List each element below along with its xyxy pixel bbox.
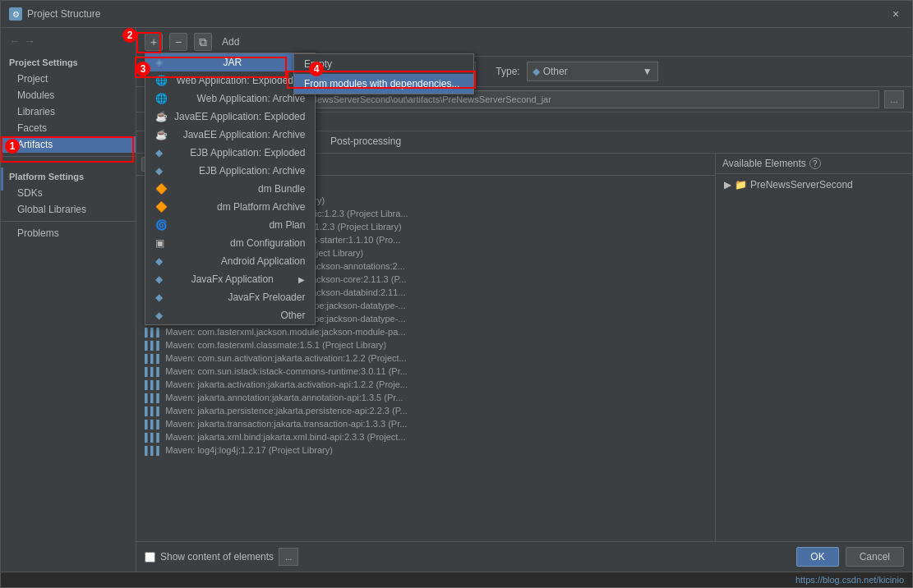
- javaee-icon: ☕: [155, 129, 168, 140]
- menu-item-label: JAR: [223, 57, 242, 68]
- bar-icon: ▌▌▌: [145, 433, 162, 442]
- sidebar-item-label: Libraries: [17, 106, 55, 117]
- bar-icon: ▌▌▌: [145, 407, 162, 416]
- menu-item-label: JavaFx Preloader: [228, 292, 305, 303]
- maven-item-15[interactable]: ▌▌▌ Maven: jakarta.annotation:jakarta.an…: [136, 391, 715, 404]
- menu-item-javaee-archive[interactable]: ☕ JavaEE Application: Archive: [145, 126, 315, 144]
- maven-item-17[interactable]: ▌▌▌ Maven: jakarta.transaction:jakarta.t…: [136, 417, 715, 430]
- bottom-buttons: OK Cancel: [796, 547, 904, 567]
- maven-label: Maven: jakarta.activation:jakarta.activa…: [165, 379, 408, 389]
- annotation-4: 4: [309, 62, 324, 76]
- android-icon: ◆: [155, 255, 163, 267]
- add-label-text: Add: [222, 36, 239, 48]
- sidebar-item-libraries[interactable]: Libraries: [1, 103, 136, 120]
- maven-item-18[interactable]: ▌▌▌ Maven: jakarta.xml.bind:jakarta.xml.…: [136, 430, 715, 443]
- bar-icon: ▌▌▌: [145, 367, 162, 376]
- maven-label: Maven: jakarta.persistence:jakarta.persi…: [165, 406, 408, 416]
- maven-item-12[interactable]: ▌▌▌ Maven: com.sun.activation:jakarta.ac…: [136, 351, 715, 365]
- copy-artifact-button[interactable]: ⧉: [194, 33, 212, 51]
- nav-arrows: ← →: [1, 31, 136, 51]
- bar-icon: ▌▌▌: [145, 380, 162, 389]
- available-elements-panel: Available Elements ? ▶ 📁 PreNewsServerSe…: [715, 154, 912, 541]
- menu-item-android[interactable]: ◆ Android Application: [145, 252, 315, 270]
- jar-submenu-from-modules[interactable]: From modules with dependencies...: [294, 74, 473, 94]
- menu-item-jar[interactable]: ◈ JAR ▶: [145, 53, 315, 71]
- menu-item-ejb-archive[interactable]: ◆ EJB Application: Archive: [145, 162, 315, 180]
- other-icon: ◆: [155, 310, 163, 321]
- annotation-1: 1: [5, 139, 20, 154]
- menu-item-label: Android Application: [221, 255, 306, 267]
- annotation-2: 2: [122, 28, 137, 43]
- type-value: Other: [543, 66, 568, 77]
- maven-label: Maven: com.sun.activation:jakarta.activa…: [165, 353, 406, 363]
- maven-item-13[interactable]: ▌▌▌ Maven: com.sun.istack:istack-commons…: [136, 365, 715, 378]
- dialog-title: Project Structure: [27, 8, 100, 20]
- show-content-label: Show content of elements: [160, 551, 274, 563]
- bar-icon: ▌▌▌: [145, 420, 162, 429]
- menu-item-label: Web Application: Exploded: [176, 75, 293, 86]
- show-content-row: Show content of elements ...: [145, 548, 298, 566]
- menu-item-label: dm Configuration: [230, 237, 305, 249]
- menu-item-dm-platform[interactable]: 🔶 dm Platform Archive: [145, 198, 315, 216]
- dm-config-icon: ▣: [155, 237, 164, 249]
- maven-item-16[interactable]: ▌▌▌ Maven: jakarta.persistence:jakarta.p…: [136, 404, 715, 417]
- sidebar-item-global-libraries[interactable]: Global Libraries: [1, 201, 136, 218]
- sidebar-item-label: Artifacts: [17, 139, 53, 150]
- menu-item-ejb-exploded[interactable]: ◆ EJB Application: Exploded: [145, 144, 315, 162]
- maven-label: Maven: com.sun.istack:istack-commons-run…: [165, 366, 408, 376]
- web-icon: 🌐: [155, 93, 168, 104]
- available-item-prenewsserversecond[interactable]: ▶ 📁 PreNewsServerSecond: [716, 177, 912, 192]
- ok-button[interactable]: OK: [796, 547, 838, 567]
- sidebar-item-problems[interactable]: Problems: [1, 225, 136, 241]
- maven-label: Maven: jakarta.annotation:jakarta.annota…: [165, 393, 403, 402]
- menu-item-javafx-preloader[interactable]: ◆ JavaFx Preloader: [145, 288, 315, 306]
- bottom-bar: Show content of elements ... OK Cancel: [136, 541, 912, 572]
- remove-artifact-button[interactable]: −: [169, 33, 187, 51]
- dm-plan-icon: 🌀: [155, 219, 168, 231]
- bar-icon: ▌▌▌: [145, 341, 162, 350]
- project-structure-dialog: ⚙ Project Structure × ← → Project Settin…: [0, 0, 913, 588]
- add-artifact-button[interactable]: +: [145, 33, 163, 51]
- sidebar-item-sdks[interactable]: SDKs: [1, 185, 136, 201]
- path-browse-button[interactable]: …: [884, 90, 904, 108]
- sidebar-item-artifacts[interactable]: Artifacts: [1, 136, 136, 153]
- menu-item-dm-config[interactable]: ▣ dm Configuration: [145, 234, 315, 252]
- maven-label: Maven: jakarta.xml.bind:jakarta.xml.bind…: [165, 432, 405, 442]
- menu-item-dm-plan[interactable]: 🌀 dm Plan: [145, 216, 315, 234]
- menu-item-javafx[interactable]: ◆ JavaFx Application ▶: [145, 270, 315, 288]
- hint-url: https://blog.csdn.net/kicinio: [795, 575, 904, 585]
- type-label: Type:: [496, 66, 519, 77]
- right-panel: + − ⧉ Add ◈ JAR ▶ 🌐 Web Application:: [136, 28, 912, 572]
- maven-item-19[interactable]: ▌▌▌ Maven: log4j:log4j:1.2.17 (Project L…: [136, 443, 715, 457]
- javaee-icon: ☕: [155, 111, 168, 122]
- sidebar-item-modules[interactable]: Modules: [1, 87, 136, 103]
- sidebar-item-label: Project: [17, 73, 48, 85]
- cancel-button[interactable]: Cancel: [846, 547, 904, 567]
- menu-item-web-app-archive[interactable]: 🌐 Web Application: Archive: [145, 90, 315, 108]
- maven-label: Maven: com.fasterxml.jackson.module:jack…: [165, 327, 405, 337]
- show-content-checkbox[interactable]: [145, 552, 155, 563]
- menu-item-javaee-exploded[interactable]: ☕ JavaEE Application: Exploded: [145, 108, 315, 126]
- help-icon[interactable]: ?: [809, 158, 821, 169]
- menu-item-dm-bundle[interactable]: 🔶 dm Bundle: [145, 180, 315, 198]
- expand-icon: ▶: [724, 179, 731, 191]
- type-dropdown[interactable]: ◆ Other ▼: [527, 62, 658, 81]
- menu-item-label: Other: [280, 310, 305, 321]
- tab-postprocessing[interactable]: Post-processing: [319, 131, 413, 153]
- menu-item-web-app-exploded[interactable]: 🌐 Web Application: Exploded ▶: [145, 71, 315, 90]
- maven-item-14[interactable]: ▌▌▌ Maven: jakarta.activation:jakarta.ac…: [136, 378, 715, 391]
- add-dropdown-menu: ◈ JAR ▶ 🌐 Web Application: Exploded ▶ 🌐 …: [145, 53, 316, 325]
- maven-item-10[interactable]: ▌▌▌ Maven: com.fasterxml.jackson.module:…: [136, 325, 715, 338]
- menu-item-label: JavaEE Application: Exploded: [174, 111, 305, 122]
- maven-item-11[interactable]: ▌▌▌ Maven: com.fasterxml.classmate:1.5.1…: [136, 338, 715, 351]
- menu-item-label: dm Bundle: [258, 183, 305, 195]
- forward-arrow: →: [24, 34, 35, 48]
- dialog-icon: ⚙: [9, 7, 22, 21]
- maven-label: Maven: jakarta.transaction:jakarta.trans…: [165, 419, 407, 429]
- sidebar-item-facets[interactable]: Facets: [1, 120, 136, 136]
- show-content-more-button[interactable]: ...: [279, 548, 298, 566]
- bar-icon: ▌▌▌: [145, 446, 162, 455]
- menu-item-other[interactable]: ◆ Other: [145, 306, 315, 324]
- sidebar-item-project[interactable]: Project: [1, 71, 136, 87]
- close-button[interactable]: ×: [888, 6, 904, 22]
